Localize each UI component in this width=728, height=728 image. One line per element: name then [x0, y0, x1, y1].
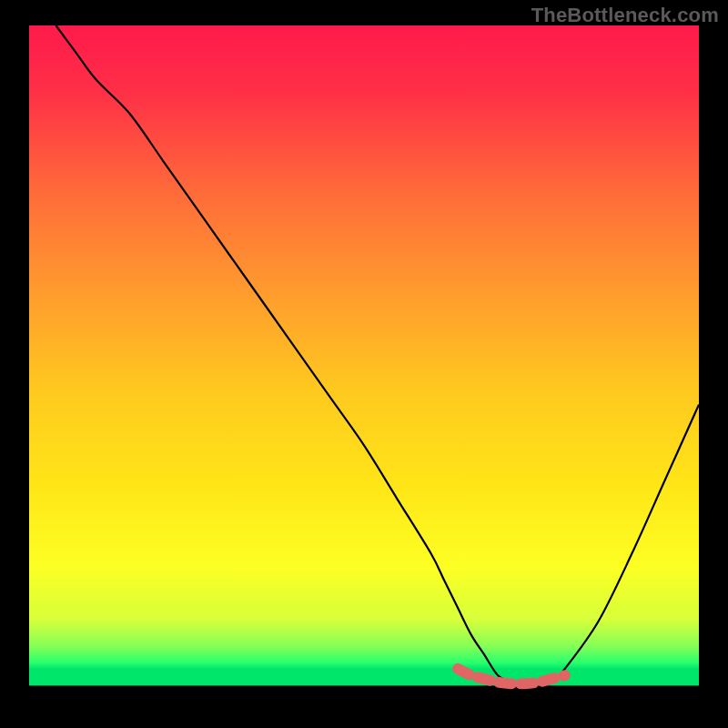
plot-background	[29, 25, 699, 685]
watermark-label: TheBottleneck.com	[531, 4, 719, 27]
chart-frame: TheBottleneck.com	[0, 0, 728, 728]
bottleneck-chart	[0, 0, 728, 728]
